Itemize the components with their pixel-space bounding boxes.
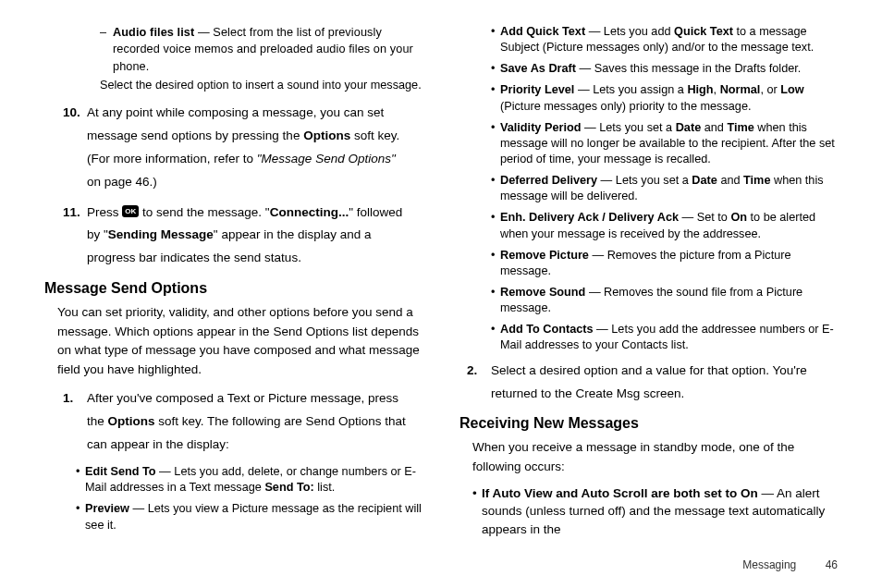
bullet-save-draft: • Save As Draft — Saves this message in … (491, 61, 838, 77)
bullet-add-quick-text: • Add Quick Text — Lets you add Quick Te… (491, 24, 838, 55)
bullet-enh-ack: • Enh. Delivery Ack / Delivery Ack — Set… (491, 210, 838, 241)
audio-note: Select the desired option to insert a so… (100, 77, 423, 93)
audio-files-title: Audio files list (113, 26, 194, 39)
audio-files-dash: – Audio files list — Select from the lis… (100, 24, 423, 75)
bullet-remove-sound: • Remove Sound — Removes the sound file … (491, 285, 838, 316)
step-2: 2. Select a desired option and a value f… (467, 360, 838, 406)
left-column: – Audio files list — Select from the lis… (44, 24, 423, 542)
step-2-text: Select a desired option and a value for … (491, 360, 838, 406)
step-2-num: 2. (467, 360, 491, 406)
step-11-num: 11. (63, 202, 87, 271)
step-1-num: 1. (63, 387, 87, 457)
bullet-add-contacts: • Add To Contacts — Lets you add the add… (491, 322, 838, 353)
heading-receiving: Receiving New Messages (459, 412, 838, 434)
page-columns: – Audio files list — Select from the lis… (44, 24, 838, 542)
footer-section: Messaging (742, 558, 796, 571)
bullet-preview: • Preview — Lets you view a Picture mess… (76, 501, 423, 533)
send-options-intro: You can set priority, validity, and othe… (57, 303, 423, 381)
step-10: 10. At any point while composing a messa… (63, 102, 423, 194)
ok-icon: OK (122, 205, 139, 217)
step-11: 11. Press OK to send the message. "Conne… (63, 202, 423, 271)
bullet-validity: • Validity Period — Lets you set a Date … (491, 120, 838, 167)
bullet-deferred: • Deferred Delivery — Lets you set a Dat… (491, 173, 838, 204)
bullet-auto-view: • If Auto View and Auto Scroll are both … (472, 484, 838, 539)
footer-page: 46 (826, 558, 838, 571)
page-footer: Messaging 46 (742, 558, 838, 571)
bullet-edit-send-to: • Edit Send To — Lets you add, delete, o… (76, 464, 423, 496)
heading-send-options: Message Send Options (44, 277, 423, 299)
right-column: • Add Quick Text — Lets you add Quick Te… (459, 24, 838, 542)
bullet-remove-picture: • Remove Picture — Removes the picture f… (491, 248, 838, 279)
bullet-priority: • Priority Level — Lets you assign a Hig… (491, 82, 838, 114)
step-1: 1. After you've composed a Text or Pictu… (63, 387, 423, 457)
step-10-num: 10. (63, 102, 87, 194)
receiving-intro: When you receive a message in standby mo… (472, 438, 838, 477)
